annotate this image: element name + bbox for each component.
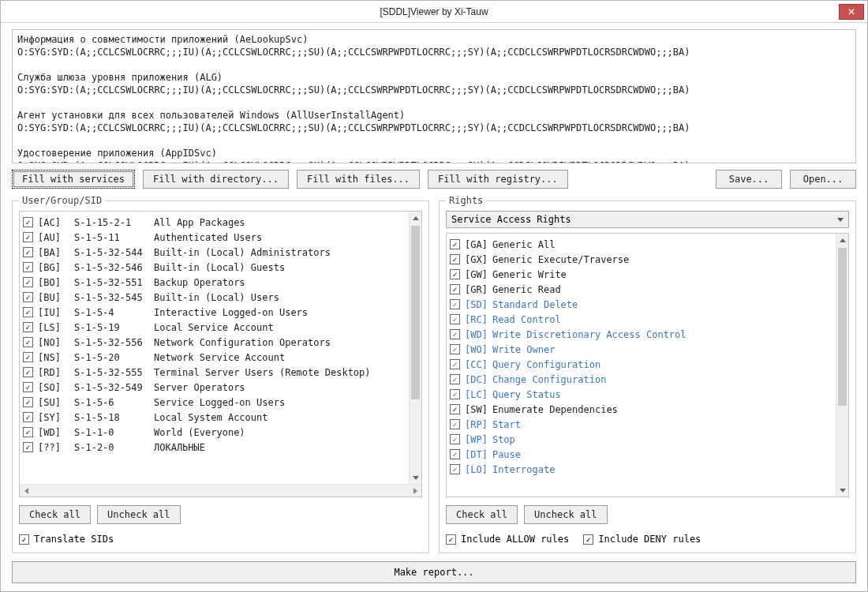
checkbox[interactable]: ✓ — [450, 329, 460, 339]
checkbox[interactable]: ✓ — [23, 247, 33, 257]
hscroll-right-icon[interactable] — [409, 488, 421, 494]
include-allow-checkbox[interactable]: ✓Include ALLOW rules — [446, 534, 569, 545]
make-report-button[interactable]: Make report... — [12, 561, 856, 583]
list-item[interactable]: ✓[BO]S-1-5-32-551Backup Operators — [23, 275, 406, 290]
list-item[interactable]: ✓[LS]S-1-5-19Local Service Account — [23, 320, 406, 335]
right-check-all-button[interactable]: Check all — [446, 505, 518, 524]
checkbox[interactable]: ✓ — [450, 314, 460, 324]
list-item[interactable]: ✓[LC] Query Status — [450, 387, 832, 402]
fill-directory-button[interactable]: Fill with directory... — [143, 170, 289, 189]
scroll-thumb[interactable] — [838, 248, 847, 406]
close-button[interactable]: ✕ — [839, 4, 864, 20]
checkbox[interactable]: ✓ — [450, 284, 460, 294]
list-item[interactable]: ✓[IU]S-1-5-4Interactive Logged-on Users — [23, 305, 406, 320]
list-item[interactable]: ✓[WD]S-1-1-0World (Everyone) — [23, 425, 406, 440]
checkbox[interactable]: ✓ — [23, 412, 33, 422]
list-item[interactable]: ✓[GX] Generic Execute/Traverse — [450, 252, 832, 267]
sid-name: Backup Operators — [154, 277, 245, 288]
right-code: [WO] — [465, 344, 488, 355]
checkbox[interactable]: ✓ — [23, 352, 33, 362]
right-code: [SD] — [465, 299, 488, 310]
checkbox[interactable]: ✓ — [23, 292, 33, 302]
checkbox[interactable]: ✓ — [450, 344, 460, 354]
checkbox[interactable]: ✓ — [450, 374, 460, 384]
left-check-all-button[interactable]: Check all — [19, 505, 91, 524]
list-item[interactable]: ✓[SY]S-1-5-18Local System Account — [23, 410, 406, 425]
list-item[interactable]: ✓[GR] Generic Read — [450, 282, 832, 297]
left-uncheck-all-button[interactable]: Uncheck all — [97, 505, 180, 524]
list-item[interactable]: ✓[RC] Read Control — [450, 312, 832, 327]
checkbox[interactable]: ✓ — [450, 254, 460, 264]
list-item[interactable]: ✓[??]S-1-2-0ЛОКАЛЬНЫЕ — [23, 440, 406, 455]
fill-files-button[interactable]: Fill with files... — [297, 170, 420, 189]
list-item[interactable]: ✓[AU]S-1-5-11Authenticated Users — [23, 230, 406, 245]
checkbox[interactable]: ✓ — [23, 307, 33, 317]
fill-registry-button[interactable]: Fill with registry... — [428, 170, 568, 189]
list-item[interactable]: ✓[CC] Query Configuration — [450, 357, 832, 372]
list-item[interactable]: ✓[BU]S-1-5-32-545Built-in (Local) Users — [23, 290, 406, 305]
scroll-down-icon[interactable] — [836, 484, 848, 496]
checkbox[interactable]: ✓ — [23, 322, 33, 332]
rights-type-dropdown[interactable]: Service Access Rights — [446, 211, 849, 228]
list-item[interactable]: ✓[RP] Start — [450, 417, 832, 432]
translate-sids-checkbox[interactable]: ✓Translate SIDs — [19, 534, 114, 545]
checkbox[interactable]: ✓ — [23, 427, 33, 437]
list-item[interactable]: ✓[WP] Stop — [450, 432, 832, 447]
list-item[interactable]: ✓[DT] Pause — [450, 447, 832, 462]
fill-services-button[interactable]: Fill with services — [12, 170, 135, 189]
hscroll-left-icon[interactable] — [20, 488, 32, 494]
open-button[interactable]: Open... — [790, 170, 856, 189]
include-deny-checkbox[interactable]: ✓Include DENY rules — [583, 534, 701, 545]
checkbox[interactable]: ✓ — [450, 239, 460, 249]
checkbox[interactable]: ✓ — [450, 419, 460, 429]
list-item[interactable]: ✓[AC]S-1-15-2-1All App Packages — [23, 215, 406, 230]
scroll-up-icon[interactable] — [836, 234, 848, 246]
checkbox[interactable]: ✓ — [23, 337, 33, 347]
checkbox[interactable]: ✓ — [23, 277, 33, 287]
checkbox[interactable]: ✓ — [450, 449, 460, 459]
list-item[interactable]: ✓[NS]S-1-5-20Network Service Account — [23, 350, 406, 365]
checkbox[interactable]: ✓ — [23, 442, 33, 452]
checkbox[interactable]: ✓ — [23, 262, 33, 272]
scroll-up-icon[interactable] — [410, 212, 421, 224]
sid-scrollbar[interactable] — [409, 212, 421, 484]
sddl-textarea[interactable]: Информация о совместимости приложений (A… — [12, 29, 856, 163]
list-item[interactable]: ✓[SO]S-1-5-32-549Server Operators — [23, 380, 406, 395]
checkbox[interactable]: ✓ — [450, 389, 460, 399]
list-item[interactable]: ✓[RD]S-1-5-32-555Terminal Server Users (… — [23, 365, 406, 380]
checkbox[interactable]: ✓ — [23, 397, 33, 407]
sid-listbox[interactable]: ✓[AC]S-1-15-2-1All App Packages✓[AU]S-1-… — [20, 212, 421, 484]
checkbox[interactable]: ✓ — [23, 217, 33, 227]
scroll-down-icon[interactable] — [410, 471, 421, 484]
list-item[interactable]: ✓[LO] Interrogate — [450, 462, 832, 477]
right-code: [WD] — [465, 329, 488, 340]
checkbox[interactable]: ✓ — [450, 299, 460, 309]
list-item[interactable]: ✓[GW] Generic Write — [450, 267, 832, 282]
sid-code: [BA] — [38, 247, 69, 258]
list-item[interactable]: ✓[SD] Standard Delete — [450, 297, 832, 312]
list-item[interactable]: ✓[SW] Enumerate Dependencies — [450, 402, 832, 417]
list-item[interactable]: ✓[WD] Write Discretionary Access Control — [450, 327, 832, 342]
checkbox[interactable]: ✓ — [23, 382, 33, 392]
list-item[interactable]: ✓[GA] Generic All — [450, 237, 832, 252]
scroll-thumb[interactable] — [411, 226, 420, 399]
save-button[interactable]: Save... — [716, 170, 782, 189]
list-item[interactable]: ✓[NO]S-1-5-32-556Network Configuration O… — [23, 335, 406, 350]
right-code: [SW] — [465, 404, 488, 415]
list-item[interactable]: ✓[BA]S-1-5-32-544Built-in (Local) Admini… — [23, 245, 406, 260]
sid-hscroll[interactable] — [20, 484, 421, 496]
list-item[interactable]: ✓[WO] Write Owner — [450, 342, 832, 357]
checkbox[interactable]: ✓ — [23, 232, 33, 242]
checkbox[interactable]: ✓ — [23, 367, 33, 377]
checkbox[interactable]: ✓ — [450, 404, 460, 414]
checkbox[interactable]: ✓ — [450, 269, 460, 279]
list-item[interactable]: ✓[BG]S-1-5-32-546Built-in (Local) Guests — [23, 260, 406, 275]
checkbox[interactable]: ✓ — [450, 434, 460, 444]
checkbox[interactable]: ✓ — [450, 359, 460, 369]
list-item[interactable]: ✓[DC] Change Configuration — [450, 372, 832, 387]
rights-scrollbar[interactable] — [836, 234, 848, 496]
rights-listbox[interactable]: ✓[GA] Generic All✓[GX] Generic Execute/T… — [446, 233, 849, 497]
right-uncheck-all-button[interactable]: Uncheck all — [524, 505, 607, 524]
checkbox[interactable]: ✓ — [450, 464, 460, 474]
list-item[interactable]: ✓[SU]S-1-5-6Service Logged-on Users — [23, 395, 406, 410]
